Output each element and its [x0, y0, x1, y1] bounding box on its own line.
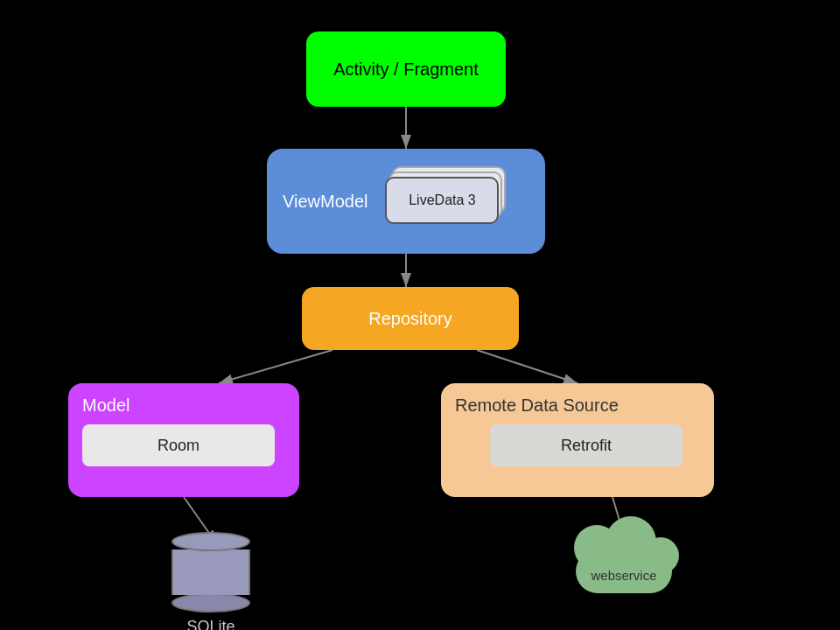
- architecture-diagram: Activity / Fragment ViewModel LiveData 3…: [0, 0, 840, 630]
- sqlite-cylinder: [172, 532, 250, 612]
- cylinder-body: [172, 550, 250, 595]
- cylinder-bottom: [172, 593, 250, 612]
- activity-fragment-box: Activity / Fragment: [306, 32, 506, 107]
- retrofit-card: Retrofit: [490, 424, 682, 466]
- viewmodel-box: ViewModel LiveData 3: [267, 149, 545, 254]
- room-label: Room: [158, 437, 200, 455]
- cylinder-top: [172, 532, 250, 551]
- remote-data-source-label: Remote Data Source: [455, 396, 619, 416]
- remote-data-source-box: Remote Data Source Retrofit: [441, 383, 714, 497]
- room-card: Room: [82, 424, 275, 466]
- sqlite-container: SQLite: [172, 532, 250, 630]
- webservice-container: webservice: [567, 532, 681, 593]
- livedata-label: LiveData 3: [409, 192, 476, 208]
- webservice-cloud: webservice: [567, 532, 681, 593]
- repository-box: Repository: [302, 287, 519, 350]
- sqlite-label: SQLite: [186, 618, 234, 630]
- livedata-stack: LiveData 3: [385, 166, 508, 236]
- model-label: Model: [82, 396, 130, 416]
- webservice-label: webservice: [567, 568, 681, 583]
- viewmodel-label: ViewModel: [283, 192, 368, 212]
- activity-fragment-label: Activity / Fragment: [333, 60, 479, 80]
- svg-line-3: [477, 350, 578, 383]
- repository-label: Repository: [368, 309, 452, 329]
- retrofit-label: Retrofit: [561, 437, 612, 455]
- livedata-card-3: LiveData 3: [385, 177, 499, 224]
- model-box: Model Room: [68, 383, 299, 497]
- svg-line-2: [219, 350, 332, 383]
